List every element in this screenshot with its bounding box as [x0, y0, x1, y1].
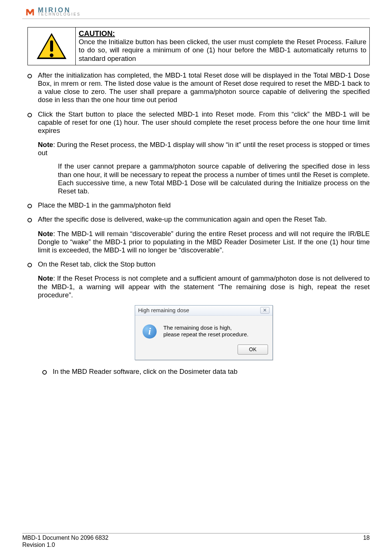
footer-revision: Revision 1.0 — [22, 541, 108, 548]
note-text: : During the Reset process, the MBD-1 di… — [38, 141, 370, 157]
brand-logo-icon — [25, 7, 35, 16]
note-label: Note — [38, 230, 53, 238]
ok-button[interactable]: OK — [238, 345, 268, 355]
list-item-text: On the Reset tab, click the Stop button — [38, 260, 156, 268]
brand-subtitle: TECHNOLOGIES — [38, 13, 81, 16]
list-item-text: After the specific dose is delivered, wa… — [38, 215, 327, 223]
close-icon[interactable]: ✕ — [260, 307, 270, 314]
note-label: Note — [38, 141, 53, 148]
list-item: In the MBD Reader software, click on the… — [53, 368, 370, 376]
footer-doc-number: MBD-1 Document No 2096 6832 — [22, 534, 108, 541]
caution-title: CAUTION: — [79, 29, 115, 37]
caution-box: CAUTION: Once the Initialize button has … — [27, 27, 370, 65]
list-item-text: After the initialization has completed, … — [38, 71, 370, 104]
footer-page-number: 18 — [363, 534, 370, 548]
list-item-text: In the MBD Reader software, click on the… — [53, 368, 238, 375]
list-item-text: Click the Start button to place the sele… — [38, 110, 370, 134]
note-label: Note — [38, 274, 53, 282]
caution-body: Once the Initialize button has been clic… — [79, 38, 366, 62]
dialog-title: High remaining dose — [138, 307, 189, 314]
note-continuation: If the user cannot prepare a gamma/photo… — [38, 162, 370, 195]
page-header: MIRION TECHNOLOGIES — [22, 7, 370, 19]
list-item: Place the MBD-1 in the gamma/photon fiel… — [38, 201, 370, 209]
dialog-high-remaining-dose: High remaining dose ✕ i The remaining do… — [135, 305, 273, 360]
list-item: After the initialization has completed, … — [38, 71, 370, 104]
list-item: Click the Start button to place the sele… — [38, 110, 370, 196]
note-text: : The MBD-1 will remain “discoverable” d… — [38, 230, 370, 254]
list-item: After the specific dose is delivered, wa… — [38, 215, 370, 254]
note-text: : If the Reset Process is not complete a… — [38, 274, 370, 298]
list-item: On the Reset tab, click the Stop button … — [38, 260, 370, 360]
list-item-text: Place the MBD-1 in the gamma/photon fiel… — [38, 201, 171, 209]
dialog-message-line: please repeat the reset procedure. — [163, 331, 248, 338]
warning-triangle-icon — [37, 33, 66, 59]
dialog-message-line: The remaining dose is high, — [163, 324, 248, 331]
info-icon: i — [143, 324, 157, 339]
page-footer: MBD-1 Document No 2096 6832 Revision 1.0… — [22, 533, 370, 548]
